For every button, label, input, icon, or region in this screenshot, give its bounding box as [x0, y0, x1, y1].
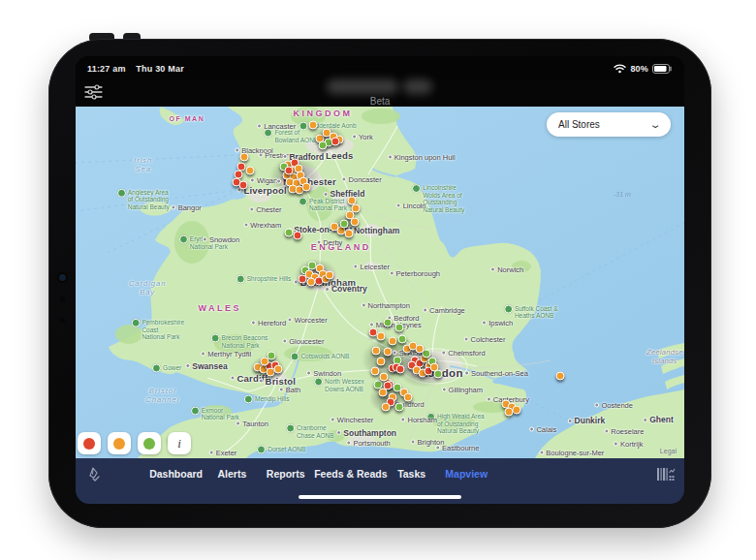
- tab-dashboard[interactable]: Dashboard: [149, 468, 203, 480]
- store-marker-orange[interactable]: [351, 218, 360, 227]
- map-label-city-lancaster: Lancaster: [257, 121, 296, 130]
- map-label-city-northampton: Northampton: [361, 301, 409, 310]
- legend-green-button[interactable]: [138, 432, 161, 454]
- tab-tasks[interactable]: Tasks: [397, 468, 425, 480]
- store-marker-green[interactable]: [434, 369, 443, 378]
- city-dot-icon: [316, 240, 321, 245]
- city-dot-icon: [323, 192, 328, 197]
- map-label-area-shropshire-hills: Shropshire Hills: [236, 274, 292, 283]
- city-dot-icon: [282, 339, 287, 344]
- city-dot-icon: [482, 320, 487, 325]
- map-label-area-mendip-hills: Mendip Hills: [244, 395, 289, 404]
- store-marker-orange[interactable]: [370, 366, 379, 375]
- city-dot-icon: [604, 429, 609, 434]
- city-dot-icon: [441, 351, 446, 356]
- store-marker-orange[interactable]: [325, 270, 333, 279]
- map-legal-link[interactable]: Legal: [660, 448, 677, 454]
- city-dot-icon: [282, 154, 287, 159]
- store-marker-orange[interactable]: [379, 389, 388, 397]
- legend-orange-button[interactable]: [108, 432, 131, 454]
- pen-check-icon[interactable]: [85, 466, 102, 483]
- map-label-area-pembrokeshire-coast-national-park: Pembrokeshire Coast National Park: [131, 319, 184, 340]
- store-marker-red[interactable]: [331, 137, 340, 145]
- leaf-icon: [179, 235, 188, 244]
- store-marker-green[interactable]: [384, 318, 393, 327]
- store-marker-orange[interactable]: [377, 332, 386, 341]
- map-label-city-bath: Bath: [279, 385, 300, 393]
- city-dot-icon: [423, 308, 427, 313]
- map-label-city-peterborough: Peterborough: [390, 269, 440, 278]
- city-dot-icon: [249, 206, 254, 211]
- store-marker-red[interactable]: [238, 180, 247, 189]
- leaf-icon: [211, 334, 220, 343]
- store-marker-orange[interactable]: [372, 346, 381, 355]
- store-marker-orange[interactable]: [274, 365, 283, 374]
- barcode-chart-icon[interactable]: [656, 466, 676, 482]
- map-label-city-hereford: Hereford: [251, 318, 286, 327]
- map-canvas[interactable]: KINGDOMENGLANDWALESOF MANIrish SeaCardig…: [76, 107, 684, 458]
- map-label-city-norwich: Norwich: [490, 265, 523, 274]
- store-marker-orange[interactable]: [308, 120, 317, 129]
- store-marker-orange[interactable]: [377, 358, 386, 366]
- map-label-city-chelmsford: Chelmsford: [441, 349, 485, 358]
- beta-badge: Beta: [370, 96, 391, 107]
- store-marker-red[interactable]: [294, 231, 302, 239]
- store-marker-orange[interactable]: [384, 348, 393, 357]
- store-marker-orange[interactable]: [505, 408, 514, 417]
- store-marker-orange[interactable]: [379, 373, 388, 382]
- tab-feeds-reads[interactable]: Feeds & Reads: [314, 468, 387, 480]
- store-marker-green[interactable]: [395, 403, 404, 412]
- orange-dot-icon: [113, 438, 125, 450]
- leaf-icon: [412, 184, 421, 193]
- map-label-city-portsmouth: Portsmouth: [346, 439, 390, 448]
- tab-reports[interactable]: Reports: [267, 468, 305, 480]
- map-label-city-roeselare: Roeselare: [604, 427, 644, 436]
- map-label-city-snowdon: Snowdon: [203, 234, 239, 243]
- filters-icon[interactable]: [84, 84, 103, 100]
- store-marker-orange[interactable]: [307, 278, 316, 287]
- store-marker-orange[interactable]: [382, 403, 391, 412]
- store-marker-red[interactable]: [284, 167, 293, 175]
- leaf-icon: [191, 406, 200, 415]
- map-label-country-wales: WALES: [199, 303, 242, 313]
- map-label-city-leicester: Leicester: [353, 263, 389, 271]
- store-marker-green[interactable]: [339, 219, 348, 228]
- store-marker-orange[interactable]: [555, 372, 564, 381]
- store-marker-orange[interactable]: [302, 183, 311, 192]
- city-dot-icon: [288, 317, 293, 322]
- store-marker-orange[interactable]: [389, 337, 397, 346]
- store-marker-orange[interactable]: [239, 152, 248, 161]
- store-marker-green[interactable]: [318, 140, 327, 149]
- store-marker-green[interactable]: [395, 323, 404, 331]
- home-indicator[interactable]: [299, 495, 461, 500]
- map-label-city-wigan: Wigan: [250, 175, 277, 184]
- city-dot-icon: [185, 363, 190, 368]
- map-label-area-gower: Gower: [152, 364, 181, 373]
- store-marker-orange[interactable]: [415, 345, 424, 354]
- map-label-sea-bristol-channel: Bristol Channel: [145, 387, 179, 404]
- map-label-city-coventry: Coventry: [325, 284, 367, 294]
- store-marker-orange[interactable]: [513, 405, 521, 414]
- store-marker-green[interactable]: [398, 334, 407, 343]
- city-dot-icon: [251, 320, 256, 325]
- store-filter-dropdown[interactable]: All Stores ⌄: [547, 112, 671, 137]
- city-dot-icon: [594, 402, 599, 407]
- map-label-city-york: York: [352, 132, 373, 140]
- city-dot-icon: [435, 446, 440, 451]
- store-marker-orange[interactable]: [261, 358, 269, 366]
- store-marker-green[interactable]: [284, 228, 293, 236]
- map-label-city-ghent: Ghent: [643, 415, 674, 424]
- city-dot-icon: [487, 397, 491, 402]
- tab-mapview[interactable]: Mapview: [445, 468, 488, 480]
- legend-info-button[interactable]: i: [168, 432, 191, 454]
- store-marker-orange[interactable]: [246, 167, 255, 175]
- chevron-down-icon: ⌄: [648, 119, 661, 130]
- store-marker-orange[interactable]: [403, 392, 412, 401]
- store-marker-red[interactable]: [299, 274, 307, 283]
- store-marker-red[interactable]: [395, 365, 404, 374]
- leaf-icon: [152, 364, 161, 373]
- stage: 11:27 am Thu 30 Mar 80%: [0, 0, 756, 560]
- legend-red-button[interactable]: [78, 432, 101, 454]
- tab-alerts[interactable]: Alerts: [218, 468, 247, 480]
- store-marker-orange[interactable]: [344, 230, 353, 238]
